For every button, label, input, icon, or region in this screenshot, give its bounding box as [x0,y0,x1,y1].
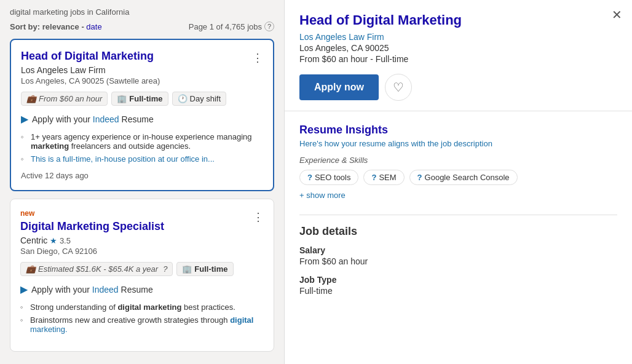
skill-tag-gsc: ? Google Search Console [409,170,518,185]
job-card-2[interactable]: ⋮ new Digital Marketing Specialist Centr… [10,199,274,352]
detail-company[interactable]: Los Angeles Law Firm [299,32,617,42]
job2-more-button[interactable]: ⋮ [250,208,266,226]
job1-tag-fulltime: 🏢 Full-time [111,92,168,106]
job1-location-area: (Sawtelle area) [106,76,160,85]
apply-text-2: Apply with your Indeed Resume [31,285,153,295]
job1-tag-salary: 💼 From $60 an hour [21,92,108,106]
job2-apply-indeed[interactable]: ▶ Apply with your Indeed Resume [20,283,264,295]
apply-text: Apply with your Indeed Resume [32,114,154,124]
skill-seo-label: SEO tools [315,173,351,182]
section-divider [299,215,617,215]
sort-bar: Sort by: relevance - date Page 1 of 4,76… [10,22,274,31]
job1-apply-indeed[interactable]: ▶ Apply with your Indeed Resume [21,113,263,125]
job-card-1[interactable]: ⋮ Head of Digital Marketing Los Angeles … [10,39,274,191]
apply-now-button[interactable]: Apply now [299,74,379,100]
job-detail-header: Head of Digital Marketing Los Angeles La… [285,0,632,111]
skill-tag-seo: ? SEO tools [299,170,358,185]
resume-insights-section: Resume Insights Here's how your resume a… [299,124,617,212]
skill-tag-sem: ? SEM [363,170,404,185]
salary-label: Salary [299,245,617,255]
job2-title: Digital Marketing Specialist [20,220,264,233]
job-type-detail: Job Type Full-time [299,275,617,296]
job-details-title: Job details [299,225,617,238]
search-title: digital marketing jobs in California [10,7,274,17]
skills-label: Experience & Skills [299,156,617,165]
job1-tag-shift: 🕐 Day shift [172,92,227,106]
job2-location: San Diego, CA 92106 [20,247,264,256]
skill-sem-label: SEM [379,173,396,182]
resume-insights-title: Resume Insights [299,124,617,136]
salary-detail: Salary From $60 an hour [299,245,617,266]
skill-gsc-label: Google Search Console [425,173,510,182]
sort-label: Sort by: [10,22,40,31]
sort-date-link[interactable]: date [86,22,101,31]
job-detail-panel: ✕ Head of Digital Marketing Los Angeles … [284,0,632,364]
job1-bullet-2: This is a full-time, in-house position a… [21,154,263,164]
page-help-icon[interactable]: ? [264,22,274,31]
job2-new-badge: new [20,209,264,218]
detail-salary-type: From $60 an hour - Full-time [299,54,617,64]
job2-company: Centric ★ 3.5 [20,235,264,245]
close-button[interactable]: ✕ [612,9,622,21]
detail-location: Los Angeles, CA 90025 [299,43,617,53]
job1-more-button[interactable]: ⋮ [250,49,266,67]
seo-question-icon: ? [307,173,312,182]
job1-active-date: Active 12 days ago [21,171,263,180]
arrow-icon: ▶ [21,113,28,125]
resume-insights-subtitle: Here's how your resume aligns with the j… [299,139,617,148]
show-more-link[interactable]: + show more [299,191,346,200]
job2-tags: 💼 Estimated $51.6K - $65.4K a year ? 🏢 F… [20,262,264,276]
save-job-button[interactable]: ♡ [385,74,412,101]
job1-tags: 💼 From $60 an hour 🏢 Full-time 🕐 Day shi… [21,92,263,106]
job-type-label: Job Type [299,275,617,285]
job2-tag-salary: 💼 Estimated $51.6K - $65.4K a year ? [20,262,173,276]
job1-bullet-1: 1+ years agency experience or in-house e… [21,132,263,151]
job-details-section: Job details Salary From $60 an hour Job … [299,225,617,296]
job2-bullet-1: Strong understanding of digital marketin… [20,303,264,312]
job-list-panel: digital marketing jobs in California Sor… [0,0,284,364]
job2-bullet-2: Brainstorms new and creative growth stra… [20,315,264,334]
sort-options: Sort by: relevance - date [10,22,102,31]
arrow-icon-2: ▶ [20,283,28,295]
job1-company: Los Angeles Law Firm [21,65,263,75]
gsc-question-icon: ? [417,173,422,182]
job-type-value: Full-time [299,286,617,296]
job1-title: Head of Digital Marketing [21,50,263,63]
salary-help-icon[interactable]: ? [163,264,167,274]
skill-tags: ? SEO tools ? SEM ? Google Search Consol… [299,170,617,185]
job1-location: Los Angeles, CA 90025 (Sawtelle area) [21,76,263,85]
sem-question-icon: ? [371,173,376,182]
job2-rating: ★ 3.5 [50,236,71,245]
job2-tag-fulltime: 🏢 Full-time [176,262,233,276]
page-info: Page 1 of 4,765 jobs ? [189,22,274,31]
job1-bullets: 1+ years agency experience or in-house e… [21,132,263,164]
salary-value: From $60 an hour [299,256,617,266]
job-detail-body: Resume Insights Here's how your resume a… [285,111,632,364]
job2-bullets: Strong understanding of digital marketin… [20,303,264,334]
action-buttons: Apply now ♡ [299,74,617,101]
detail-job-title: Head of Digital Marketing [299,12,617,28]
sort-relevance: relevance [42,22,79,31]
